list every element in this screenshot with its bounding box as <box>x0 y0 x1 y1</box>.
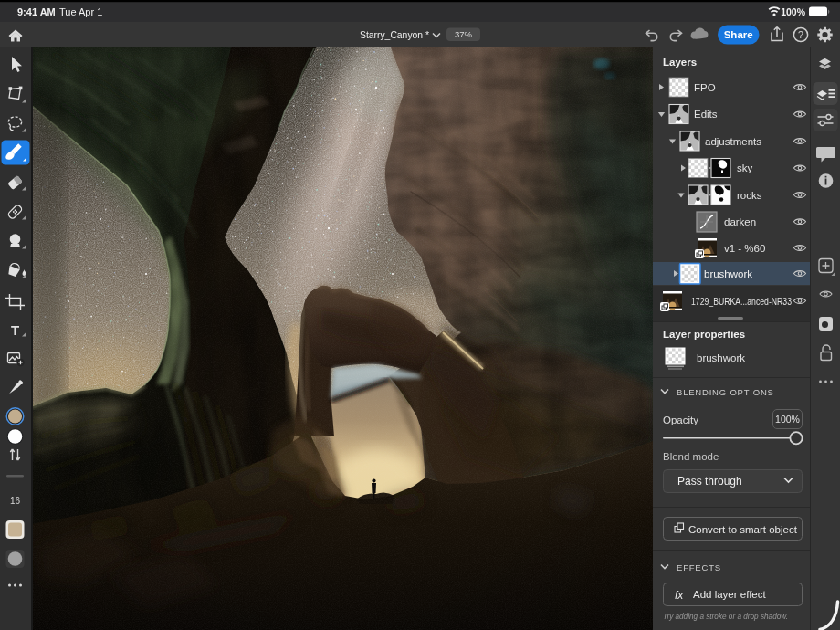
svg-text:Try adding a stroke or a drop: Try adding a stroke or a drop shadow. <box>663 611 788 621</box>
svg-text:BLENDING OPTIONS: BLENDING OPTIONS <box>677 387 774 397</box>
svg-text:Starry_Canyon *: Starry_Canyon * <box>360 29 430 40</box>
svg-text:Layer properties: Layer properties <box>663 329 745 340</box>
svg-text:Layers: Layers <box>663 57 697 68</box>
svg-text:FPO: FPO <box>694 82 716 93</box>
svg-text:Opacity: Opacity <box>663 415 698 425</box>
svg-text:Edits: Edits <box>694 109 718 120</box>
svg-text:Add layer effect: Add layer effect <box>693 589 767 600</box>
svg-text:Tue Apr 1: Tue Apr 1 <box>59 6 102 17</box>
svg-text:sky: sky <box>737 163 753 173</box>
svg-text:v1 - %60: v1 - %60 <box>724 243 765 254</box>
svg-text:1729_BURKA...anced-NR33: 1729_BURKA...anced-NR33 <box>691 296 792 307</box>
svg-text:100%: 100% <box>775 414 800 425</box>
svg-text:darken: darken <box>724 216 756 227</box>
svg-text:Blend mode: Blend mode <box>663 451 719 462</box>
svg-text:37%: 37% <box>455 29 473 39</box>
svg-text:100%: 100% <box>781 6 806 17</box>
svg-text:Pass through: Pass through <box>677 475 742 488</box>
svg-text:16: 16 <box>10 496 21 506</box>
svg-text:rocks: rocks <box>737 190 762 201</box>
svg-text:Share: Share <box>724 29 753 40</box>
svg-text:brushwork: brushwork <box>697 352 745 363</box>
svg-text:Convert to smart object: Convert to smart object <box>688 524 798 535</box>
svg-text:adjustments: adjustments <box>705 136 761 147</box>
svg-text:EFFECTS: EFFECTS <box>677 562 721 572</box>
svg-text:brushwork: brushwork <box>704 268 752 279</box>
svg-text:9:41 AM: 9:41 AM <box>17 6 56 17</box>
svg-text:?: ? <box>798 29 803 40</box>
svg-text:fx: fx <box>675 589 684 602</box>
svg-text:T: T <box>11 322 19 338</box>
